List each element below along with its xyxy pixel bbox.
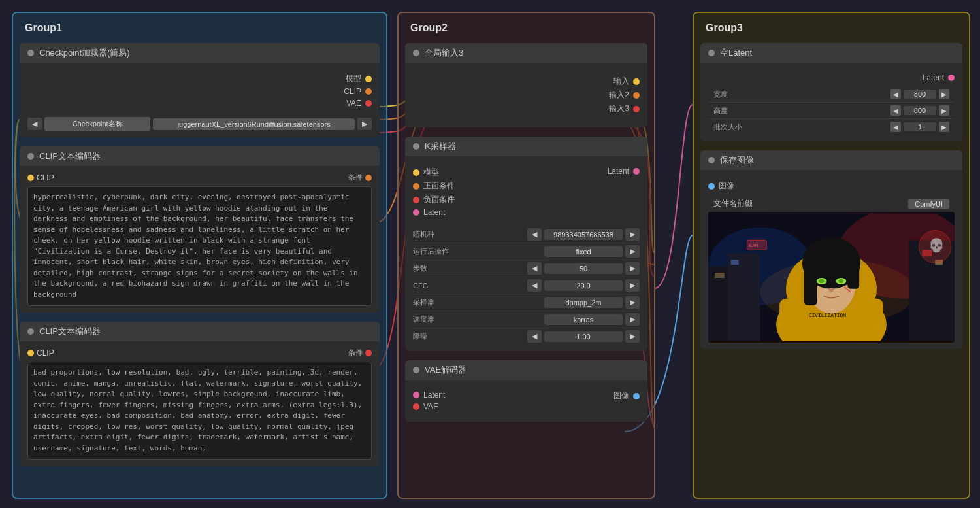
clip-positive-text[interactable]: hyperrealistic, cyberpunk, dark city, ev… bbox=[27, 186, 372, 306]
vae-decoder-io: Latent VAE 图像 bbox=[413, 386, 640, 415]
checkpoint-model-connector[interactable] bbox=[365, 76, 372, 82]
checkpoint-clip-out: CLIP bbox=[344, 86, 372, 97]
group3-title: Group3 bbox=[700, 20, 962, 37]
ksampler-latent-out-dot[interactable] bbox=[633, 168, 640, 175]
clip-negative-title: CLIP文本编码器 bbox=[39, 326, 101, 337]
ksampler-steps-label: 步数 bbox=[413, 263, 527, 273]
ksampler-denoise-val[interactable]: 1.00 bbox=[544, 331, 623, 342]
vae-decoder-latent-dot[interactable] bbox=[413, 392, 419, 398]
empty-latent-width-row: 宽度 ◀ 800 ▶ bbox=[708, 86, 955, 103]
ksampler-model-dot[interactable] bbox=[413, 169, 419, 176]
ksampler-scheduler-val[interactable]: karras bbox=[544, 314, 623, 325]
empty-latent-width-prev[interactable]: ◀ bbox=[890, 89, 901, 99]
clip-positive-body: CLIP 条件 hyperrealistic, cyberpunk, dark … bbox=[20, 166, 380, 313]
ksampler-denoise-next[interactable]: ▶ bbox=[625, 330, 640, 343]
empty-latent-height-val[interactable]: 800 bbox=[904, 106, 936, 115]
checkpoint-model-label: 模型 bbox=[346, 73, 361, 84]
group2-title: Group2 bbox=[405, 20, 647, 37]
group3: Group3 空Latent Latent 宽度 ◀ bbox=[693, 12, 970, 499]
checkpoint-vae-out: VAE bbox=[346, 97, 372, 109]
ksampler-latent-label: Latent bbox=[423, 208, 445, 217]
ksampler-seed-prev[interactable]: ◀ bbox=[527, 228, 542, 241]
vae-decoder-latent-in: Latent bbox=[413, 389, 445, 401]
ksampler-steps-prev[interactable]: ◀ bbox=[527, 262, 542, 275]
ksampler-denoise-prev[interactable]: ◀ bbox=[527, 330, 542, 343]
ksampler-aftergen-row: 运行后操作 fixed ▶ bbox=[413, 243, 640, 260]
ksampler-positive-dot[interactable] bbox=[413, 183, 419, 190]
ksampler-aftergen-next[interactable]: ▶ bbox=[625, 245, 640, 258]
ksampler-model-in: 模型 bbox=[413, 165, 439, 179]
ksampler-sampler-label: 采样器 bbox=[413, 297, 544, 307]
ksampler-title: K采样器 bbox=[425, 141, 456, 152]
empty-latent-height-next[interactable]: ▶ bbox=[939, 105, 949, 116]
save-image-status-dot bbox=[708, 157, 715, 163]
empty-latent-width-val[interactable]: 800 bbox=[904, 90, 936, 99]
save-image-body: 图像 文件名前缀 ComfyUI bbox=[700, 170, 962, 349]
clip-negative-text[interactable]: bad proportions, low resolution, bad, ug… bbox=[27, 362, 372, 460]
checkpoint-clip-label: CLIP bbox=[344, 87, 361, 96]
vae-decoder-image-label: 图像 bbox=[613, 390, 629, 401]
ksampler-cfg-val[interactable]: 20.0 bbox=[544, 280, 623, 291]
empty-latent-out-dot[interactable] bbox=[948, 75, 955, 81]
empty-latent-height-prev[interactable]: ◀ bbox=[890, 105, 901, 116]
ksampler-seed-val[interactable]: 989334057686538 bbox=[544, 229, 623, 240]
ksampler-steps-row: 步数 ◀ 50 ▶ bbox=[413, 260, 640, 277]
ksampler-aftergen-val[interactable]: fixed bbox=[544, 246, 623, 257]
empty-latent-batch-next[interactable]: ▶ bbox=[939, 122, 949, 132]
checkpoint-prev-btn[interactable]: ◀ bbox=[27, 118, 42, 130]
save-image-in-dot[interactable] bbox=[708, 183, 715, 190]
vae-decoder-vae-dot[interactable] bbox=[413, 403, 419, 410]
ksampler-cfg-label: CFG bbox=[413, 282, 527, 290]
global-output-2-label: 输入2 bbox=[609, 90, 629, 101]
svg-text:BAR: BAR bbox=[749, 243, 759, 248]
global-output-1-dot[interactable] bbox=[633, 78, 640, 85]
clip-positive-condition-dot[interactable] bbox=[365, 175, 372, 181]
vae-decoder-body: Latent VAE 图像 bbox=[405, 380, 647, 422]
save-image-prefix-val[interactable]: ComfyUI bbox=[908, 199, 949, 209]
empty-latent-status-dot bbox=[708, 50, 715, 56]
empty-latent-height-control: ◀ 800 ▶ bbox=[890, 105, 949, 116]
ksampler-steps-next[interactable]: ▶ bbox=[625, 262, 640, 275]
global-output-1-label: 输入 bbox=[613, 76, 629, 87]
checkpoint-name-input[interactable] bbox=[153, 118, 355, 130]
ksampler-cfg-next[interactable]: ▶ bbox=[625, 279, 640, 292]
ksampler-sampler-next[interactable]: ▶ bbox=[625, 296, 640, 309]
ksampler-sampler-val[interactable]: dpmpp_2m bbox=[544, 297, 623, 308]
ksampler-negative-dot[interactable] bbox=[413, 197, 419, 203]
global-output-2-dot[interactable] bbox=[633, 92, 640, 99]
checkpoint-clip-connector[interactable] bbox=[365, 88, 372, 95]
global-output-3-dot[interactable] bbox=[633, 106, 640, 112]
empty-latent-width-next[interactable]: ▶ bbox=[939, 89, 949, 99]
checkpoint-next-btn[interactable]: ▶ bbox=[357, 118, 372, 130]
save-image-title: 保存图像 bbox=[720, 154, 754, 166]
empty-latent-batch-val[interactable]: 1 bbox=[904, 122, 936, 131]
clip-negative-condition-dot[interactable] bbox=[365, 350, 372, 356]
save-image-preview: 💀 bbox=[708, 212, 955, 343]
ksampler-denoise-row: 降噪 ◀ 1.00 ▶ bbox=[413, 328, 640, 345]
ksampler-seed-next[interactable]: ▶ bbox=[625, 228, 640, 241]
vae-decoder-image-dot[interactable] bbox=[633, 393, 640, 399]
clip-positive-clip-dot[interactable] bbox=[27, 175, 34, 181]
ksampler-aftergen-control: fixed ▶ bbox=[544, 245, 640, 258]
svg-rect-6 bbox=[715, 273, 725, 278]
empty-latent-batch-prev[interactable]: ◀ bbox=[890, 122, 901, 132]
clip-negative-clip-dot[interactable] bbox=[27, 350, 34, 356]
ksampler-latent-in-dot[interactable] bbox=[413, 209, 419, 216]
clip-negative-condition-badge: 条件 bbox=[348, 348, 372, 358]
vae-decoder-vae-label: VAE bbox=[423, 402, 438, 411]
ksampler-steps-val[interactable]: 50 bbox=[544, 263, 623, 274]
vae-decoder-outputs: 图像 bbox=[613, 386, 640, 415]
ksampler-scheduler-next[interactable]: ▶ bbox=[625, 313, 640, 326]
global-input-status-dot bbox=[413, 50, 419, 56]
checkpoint-vae-connector[interactable] bbox=[365, 100, 372, 107]
ksampler-io: 模型 正面条件 负面条件 Latent bbox=[413, 163, 640, 221]
svg-point-23 bbox=[838, 279, 843, 282]
svg-text:CIVILIZATION: CIVILIZATION bbox=[809, 312, 846, 318]
ksampler-sampler-row: 采样器 dpmpp_2m ▶ bbox=[413, 294, 640, 311]
clip-negative-body: CLIP 条件 bad proportions, low resolution,… bbox=[20, 341, 380, 466]
ksampler-node: K采样器 模型 正面条件 bbox=[405, 137, 647, 351]
group1: Group1 Checkpoint加载器(简易) 模型 CLIP bbox=[12, 12, 387, 499]
ksampler-cfg-prev[interactable]: ◀ bbox=[527, 279, 542, 292]
clip-positive-condition-label: 条件 bbox=[348, 173, 363, 182]
save-image-in-label: 图像 bbox=[719, 180, 734, 192]
